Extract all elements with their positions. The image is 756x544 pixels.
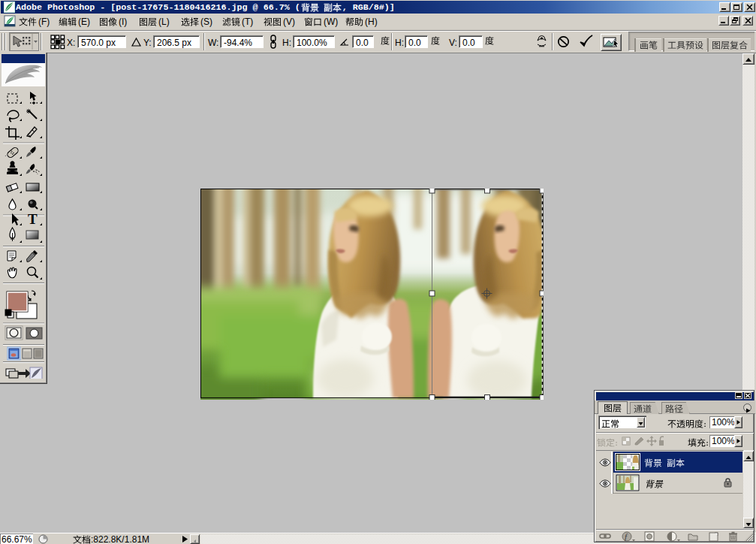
svg-text:T: T [28,211,38,227]
